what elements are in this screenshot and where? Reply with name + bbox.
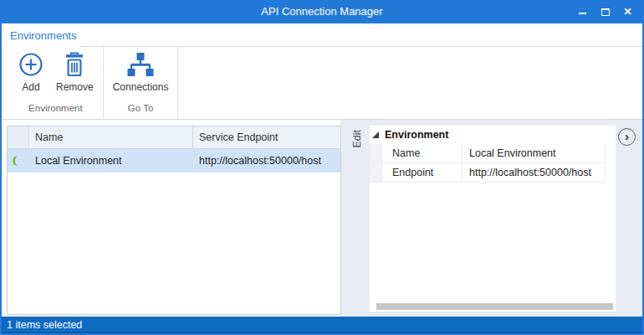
app-window: API Connection Manager ✕ Environments — [0, 0, 644, 335]
cell-service-endpoint: http://localhost:50000/host — [193, 155, 340, 167]
status-bar: 1 items selected — [0, 317, 644, 333]
property-grid: Environment Name Local Environment Endpo… — [370, 126, 605, 183]
ribbon-group-goto: Connections Go To — [104, 47, 179, 119]
property-value-endpoint[interactable]: http://localhost:50000/host — [462, 163, 604, 182]
grid-row-local-environment[interactable]: Local Environment http://localhost:50000… — [8, 149, 340, 173]
add-circle-plus-icon — [18, 52, 44, 79]
cell-name: Local Environment — [29, 155, 193, 167]
tab-edit[interactable]: Edit — [345, 130, 369, 177]
minimize-button[interactable] — [571, 0, 594, 23]
property-label-endpoint: Endpoint — [382, 167, 462, 178]
connections-button-label: Connections — [113, 81, 169, 93]
maximize-icon — [601, 8, 610, 16]
horizontal-scrollbar[interactable] — [376, 303, 613, 310]
column-header-name[interactable]: Name — [29, 126, 193, 148]
minimize-icon — [579, 13, 586, 14]
remove-button-label: Remove — [56, 81, 94, 93]
column-header-service-endpoint[interactable]: Service Endpoint — [193, 126, 340, 148]
ribbon-group-label-environment: Environment — [12, 101, 100, 119]
property-row-name: Name Local Environment — [370, 144, 605, 163]
current-row-indicator-icon — [15, 154, 28, 168]
edit-pane: Environment Name Local Environment Endpo… — [370, 126, 616, 312]
trash-icon — [62, 52, 87, 79]
ribbon-group-environment: Add Remove Environment — [8, 47, 104, 119]
window-controls: ✕ — [571, 0, 639, 23]
ribbon: Add Remove Environment — [2, 47, 642, 120]
main-content: Name Service Endpoint Local Environment … — [2, 120, 642, 317]
expand-panel-button[interactable]: › — [618, 128, 636, 146]
expander-collapse-icon — [372, 131, 379, 138]
property-label-name: Name — [382, 147, 462, 159]
chevron-right-icon: › — [625, 130, 629, 142]
ribbon-group-label-goto: Go To — [107, 101, 175, 119]
close-button[interactable]: ✕ — [616, 0, 639, 23]
tab-environments[interactable]: Environments — [10, 23, 76, 47]
grid-header-row: Name Service Endpoint — [8, 126, 340, 149]
remove-button[interactable]: Remove — [50, 49, 100, 95]
close-icon: ✕ — [623, 6, 631, 18]
property-value-name[interactable]: Local Environment — [462, 144, 604, 162]
add-button-label: Add — [22, 81, 39, 93]
grid-indicator-column-header — [8, 126, 29, 148]
window-title: API Connection Manager — [0, 0, 644, 23]
row-indicator-cell — [8, 149, 29, 173]
property-group-header[interactable]: Environment — [370, 126, 605, 144]
property-row-gutter — [370, 144, 382, 162]
title-bar: API Connection Manager ✕ — [0, 0, 644, 23]
ribbon-tab-strip: Environments — [2, 23, 642, 47]
connections-button[interactable]: Connections — [107, 49, 175, 95]
environments-grid: Name Service Endpoint Local Environment … — [7, 126, 341, 315]
status-text: 1 items selected — [7, 319, 82, 331]
network-connections-icon — [125, 52, 156, 79]
property-row-endpoint: Endpoint http://localhost:50000/host — [370, 163, 605, 183]
tab-edit-label: Edit — [351, 130, 363, 148]
add-button[interactable]: Add — [12, 49, 50, 95]
property-row-gutter — [370, 163, 382, 182]
maximize-button[interactable] — [594, 0, 616, 23]
property-group-title: Environment — [385, 129, 448, 141]
